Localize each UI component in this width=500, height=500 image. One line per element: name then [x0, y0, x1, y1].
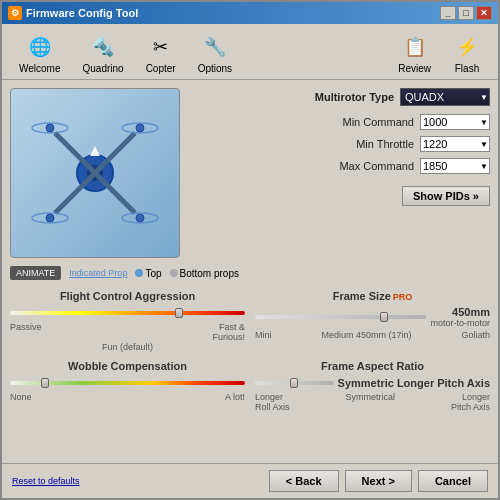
main-content: Multirotor Type QUADX QUAD+ TRI HEX6 ▼ M… — [2, 80, 498, 463]
toolbar: 🌐 Welcome 🔩 Quadrino ✂ Copter 🔧 Options … — [2, 24, 498, 80]
svg-marker-14 — [90, 146, 100, 156]
frame-aspect-row: Symmetric Longer Pitch Axis — [255, 376, 490, 390]
wobble-label-right: A lot! — [225, 392, 245, 402]
toolbar-review-label: Review — [398, 63, 431, 74]
toolbar-quadrino[interactable]: 🔩 Quadrino — [74, 28, 133, 79]
fca-slider-track — [10, 306, 245, 320]
reset-defaults-link[interactable]: Reset to defaults — [12, 476, 80, 486]
app-icon: ⚙ — [8, 6, 22, 20]
wobble-block: Wobble Compensation None A lot! — [10, 360, 245, 412]
toolbar-right: 📋 Review ⚡ Flash — [389, 28, 490, 79]
toolbar-quadrino-label: Quadrino — [83, 63, 124, 74]
max-command-label: Max Command — [339, 160, 414, 172]
wobble-title: Wobble Compensation — [10, 360, 245, 372]
frame-size-header: Frame Size PRO — [255, 290, 490, 306]
frame-aspect-slider — [255, 376, 334, 390]
wobble-label-left: None — [10, 392, 32, 402]
review-icon: 📋 — [401, 33, 429, 61]
copter-icon: ✂ — [147, 33, 175, 61]
globe-icon: 🌐 — [26, 33, 54, 61]
fca-label-right: Fast &Furious! — [212, 322, 245, 342]
toolbar-options-label: Options — [198, 63, 232, 74]
top-row: Multirotor Type QUADX QUAD+ TRI HEX6 ▼ M… — [10, 88, 490, 258]
frame-aspect-label-left: LongerRoll Axis — [255, 392, 290, 412]
frame-aspect-block: Frame Aspect Ratio Symmetric Longer Pitc… — [255, 360, 490, 412]
back-button[interactable]: < Back — [269, 470, 339, 492]
wobble-labels: None A lot! — [10, 392, 245, 402]
wobble-slider-thumb[interactable] — [41, 378, 49, 388]
svg-point-11 — [46, 214, 54, 222]
frame-aspect-thumb[interactable] — [290, 378, 298, 388]
min-throttle-label: Min Throttle — [356, 138, 414, 150]
multirotor-select-wrapper: QUADX QUAD+ TRI HEX6 ▼ — [400, 88, 490, 106]
toolbar-review[interactable]: 📋 Review — [389, 28, 440, 79]
drone-svg — [20, 98, 170, 248]
min-throttle-select-wrapper: 1220 1200 1250 ▼ — [420, 136, 490, 152]
main-window: ⚙ Firmware Config Tool _ □ ✕ 🌐 Welcome 🔩… — [0, 0, 500, 500]
bottom-props-radio[interactable]: Bottom props — [170, 268, 239, 279]
multirotor-label: Multirotor Type — [315, 91, 394, 103]
quadrino-icon: 🔩 — [89, 33, 117, 61]
min-command-row: Min Command 1000 1050 1100 ▼ — [188, 114, 490, 130]
frame-size-block: Frame Size PRO 450mm motor-to-motor Mini — [255, 290, 490, 352]
frame-aspect-labels: LongerRoll Axis Symmetrical LongerPitch … — [255, 392, 490, 412]
bottom-bar: Reset to defaults < Back Next > Cancel — [2, 463, 498, 498]
svg-point-7 — [46, 124, 54, 132]
fca-slider-thumb[interactable] — [175, 308, 183, 318]
toolbar-flash[interactable]: ⚡ Flash — [444, 28, 490, 79]
multirotor-select[interactable]: QUADX QUAD+ TRI HEX6 — [400, 88, 490, 106]
max-command-select[interactable]: 1850 1900 2000 — [420, 158, 490, 174]
animate-button[interactable]: ANIMATE — [10, 266, 61, 280]
svg-line-3 — [95, 133, 135, 173]
multirotor-row: Multirotor Type QUADX QUAD+ TRI HEX6 ▼ — [188, 88, 490, 106]
frame-size-label-mini: Mini — [255, 330, 272, 340]
svg-point-13 — [136, 214, 144, 222]
fca-track-bg — [10, 311, 245, 315]
svg-line-2 — [55, 133, 95, 173]
max-command-select-wrapper: 1850 1900 2000 ▼ — [420, 158, 490, 174]
toolbar-flash-label: Flash — [455, 63, 479, 74]
flash-icon: ⚡ — [453, 33, 481, 61]
bottom-props-dot — [170, 269, 178, 277]
toolbar-options[interactable]: 🔧 Options — [189, 28, 241, 79]
svg-point-9 — [136, 124, 144, 132]
frame-size-label-mid: Medium 450mm (17in) — [321, 330, 411, 340]
show-pids-button[interactable]: Show PIDs » — [402, 186, 490, 206]
frame-aspect-label-right: LongerPitch Axis — [451, 392, 490, 412]
cancel-button[interactable]: Cancel — [418, 470, 488, 492]
wobble-slider-track — [10, 376, 245, 390]
minimize-button[interactable]: _ — [440, 6, 456, 20]
toolbar-welcome[interactable]: 🌐 Welcome — [10, 28, 70, 79]
frame-size-subtitle: PRO — [393, 292, 413, 302]
frame-size-title: Frame Size — [333, 290, 391, 302]
bottom-props-label: Bottom props — [180, 268, 239, 279]
max-command-row: Max Command 1850 1900 2000 ▼ — [188, 158, 490, 174]
toolbar-copter[interactable]: ✂ Copter — [137, 28, 185, 79]
frame-size-value: 450mm — [430, 306, 490, 318]
top-props-radio[interactable]: Top — [135, 268, 161, 279]
min-command-select[interactable]: 1000 1050 1100 — [420, 114, 490, 130]
toolbar-copter-label: Copter — [146, 63, 176, 74]
frame-size-slider — [255, 310, 426, 324]
frame-aspect-title: Frame Aspect Ratio — [255, 360, 490, 372]
window-title: Firmware Config Tool — [26, 7, 138, 19]
top-props-label: Top — [145, 268, 161, 279]
frame-size-track — [255, 315, 426, 319]
next-button[interactable]: Next > — [345, 470, 412, 492]
fca-labels: Passive Fast &Furious! — [10, 322, 245, 342]
frame-size-label-goliath: Goliath — [461, 330, 490, 340]
frame-size-labels: Mini Medium 450mm (17in) Goliath — [255, 330, 490, 340]
toolbar-welcome-label: Welcome — [19, 63, 61, 74]
maximize-button[interactable]: □ — [458, 6, 474, 20]
min-throttle-select[interactable]: 1220 1200 1250 — [420, 136, 490, 152]
flight-control-title: Flight Control Aggression — [10, 290, 245, 302]
flight-control-block: Flight Control Aggression Passive Fast &… — [10, 290, 245, 352]
second-sliders-row: Wobble Compensation None A lot! Frame As… — [10, 360, 490, 412]
frame-aspect-label-mid: Symmetrical — [345, 392, 395, 412]
close-button[interactable]: ✕ — [476, 6, 492, 20]
min-throttle-row: Min Throttle 1220 1200 1250 ▼ — [188, 136, 490, 152]
frame-size-thumb[interactable] — [380, 312, 388, 322]
frame-aspect-value: Symmetric Longer Pitch Axis — [338, 377, 490, 389]
drone-panel — [10, 88, 180, 258]
frame-size-row: 450mm motor-to-motor — [255, 306, 490, 328]
